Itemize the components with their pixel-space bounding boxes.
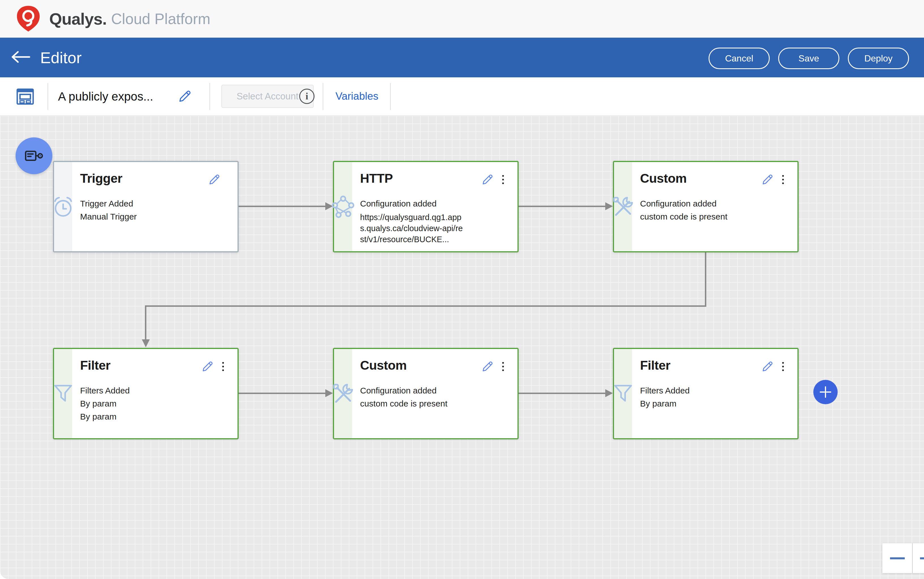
edit-title-pencil-icon[interactable] xyxy=(178,89,192,103)
edit-pencil-icon[interactable] xyxy=(481,173,494,186)
tools-icon xyxy=(331,381,355,406)
connector-line xyxy=(518,393,606,394)
kebab-menu-icon[interactable] xyxy=(221,362,225,371)
workflow-canvas[interactable]: Trigger Trigger Added Manual Trigger xyxy=(0,116,924,579)
node-filter-2[interactable]: Filter Filters Added By param xyxy=(613,348,799,439)
add-step-button[interactable] xyxy=(813,380,838,404)
node-filter-1[interactable]: Filter Filters Added By param By param xyxy=(53,348,239,439)
divider xyxy=(210,83,210,110)
connector-arrowhead xyxy=(142,339,150,347)
node-detail: Filters Added xyxy=(80,384,195,397)
zoom-out-button[interactable] xyxy=(882,543,912,573)
node-title: HTTP xyxy=(360,171,475,186)
node-detail: By param xyxy=(80,410,195,423)
node-accent-strip xyxy=(334,349,352,438)
save-button[interactable]: Save xyxy=(778,47,839,69)
kebab-menu-icon[interactable] xyxy=(501,175,505,184)
cancel-button[interactable]: Cancel xyxy=(709,47,770,69)
node-custom-2[interactable]: Custom Configuration added custom code i… xyxy=(333,348,518,439)
node-custom-1[interactable]: Custom Configuration added custom code i… xyxy=(613,161,799,252)
connector-line xyxy=(518,206,606,207)
node-detail: Filters Added xyxy=(640,384,755,397)
plus-icon xyxy=(920,557,924,559)
node-detail: Configuration added xyxy=(360,197,475,210)
kebab-menu-icon[interactable] xyxy=(781,362,785,371)
qualys-editor-window: Qualys. Cloud Platform Editor Cancel Sav… xyxy=(0,0,924,579)
workflow-layout-icon[interactable] xyxy=(16,88,34,105)
info-icon[interactable]: i xyxy=(299,89,315,104)
edit-pencil-icon[interactable] xyxy=(761,173,774,186)
workflow-start-button[interactable] xyxy=(16,137,52,174)
back-arrow-icon[interactable] xyxy=(11,48,31,66)
divider xyxy=(323,83,323,110)
node-detail: Configuration added xyxy=(640,197,755,210)
editor-header: Editor Cancel Save Deploy xyxy=(0,38,924,77)
zoom-in-button[interactable] xyxy=(912,543,924,573)
node-detail: custom code is present xyxy=(360,397,475,410)
node-trigger[interactable]: Trigger Trigger Added Manual Trigger xyxy=(53,161,239,252)
header-actions: Cancel Save Deploy xyxy=(709,47,909,69)
minus-icon xyxy=(890,557,905,559)
edit-pencil-icon[interactable] xyxy=(201,360,214,373)
node-accent-strip xyxy=(334,162,352,251)
connector-line xyxy=(239,393,326,394)
qualys-logo-icon xyxy=(15,5,42,32)
connector-tag-icon xyxy=(24,150,43,162)
top-brand-bar: Qualys. Cloud Platform xyxy=(0,0,924,38)
zoom-controls xyxy=(882,543,924,573)
node-detail: custom code is present xyxy=(640,210,755,223)
connector-line xyxy=(145,305,147,340)
edit-pencil-icon[interactable] xyxy=(208,173,221,186)
node-http[interactable]: HTTP Configuration added https://qualysg… xyxy=(333,161,518,252)
alarm-clock-icon xyxy=(51,195,75,219)
node-title: Custom xyxy=(640,171,755,186)
deploy-button[interactable]: Deploy xyxy=(848,47,909,69)
brand-name: Qualys. xyxy=(49,9,107,28)
node-title: Trigger xyxy=(80,171,195,186)
connector-line xyxy=(705,252,706,307)
workflow-toolbar: A publicly expos... Select Account i Var… xyxy=(0,77,924,116)
plus-icon xyxy=(818,385,833,399)
node-title: Filter xyxy=(80,358,195,373)
product-name: Cloud Platform xyxy=(111,10,210,28)
connector-line xyxy=(239,206,326,207)
page-title: Editor xyxy=(40,48,81,67)
edit-pencil-icon[interactable] xyxy=(761,360,774,373)
network-icon xyxy=(331,195,355,219)
node-detail: By param xyxy=(640,397,755,410)
edit-pencil-icon[interactable] xyxy=(481,360,494,373)
divider xyxy=(390,83,391,110)
node-accent-strip xyxy=(54,162,72,251)
node-detail: Manual Trigger xyxy=(80,210,195,223)
node-url: https://qualysguard.qg1.apps.qualys.ca/c… xyxy=(360,212,466,245)
divider xyxy=(47,83,48,110)
node-accent-strip xyxy=(614,349,632,438)
kebab-menu-icon[interactable] xyxy=(501,362,505,371)
node-title: Custom xyxy=(360,358,475,373)
workflow-title: A publicly expos... xyxy=(58,90,153,103)
node-detail: Trigger Added xyxy=(80,197,195,210)
node-accent-strip xyxy=(614,162,632,251)
tools-icon xyxy=(611,195,635,219)
node-accent-strip xyxy=(54,349,72,438)
funnel-icon xyxy=(51,381,75,406)
kebab-menu-icon[interactable] xyxy=(781,175,785,184)
connector-line xyxy=(145,305,706,307)
node-detail: Configuration added xyxy=(360,384,475,397)
funnel-icon xyxy=(611,381,635,406)
node-detail: By param xyxy=(80,397,195,410)
variables-link[interactable]: Variables xyxy=(336,90,378,102)
node-title: Filter xyxy=(640,358,755,373)
